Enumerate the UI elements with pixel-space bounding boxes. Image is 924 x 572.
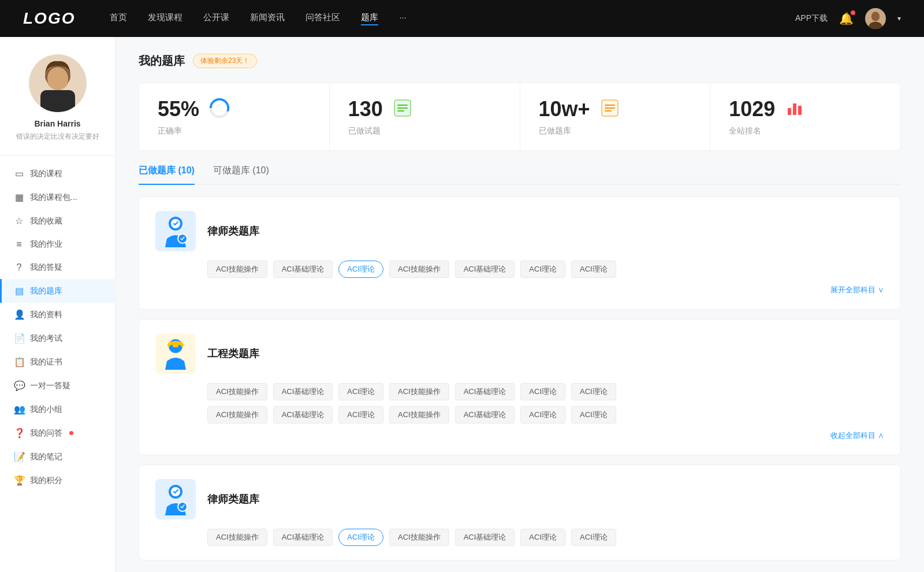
user-avatar-nav[interactable] [865,8,886,29]
sidebar-item-my-course-pack[interactable]: ▦ 我的课程包... [0,185,115,209]
user-menu-chevron[interactable]: ▾ [897,14,901,23]
quiz-tag[interactable]: ACI技能操作 [207,261,267,278]
quiz-tag[interactable]: ACI基础理论 [455,261,515,278]
quiz-tag-active[interactable]: ACI理论 [338,261,383,278]
expand-link-1[interactable]: 展开全部科目 ∨ [830,285,884,295]
sidebar-item-my-favorites[interactable]: ☆ 我的收藏 [0,209,115,233]
qa-icon: ? [14,262,24,273]
sidebar-avatar[interactable] [29,54,87,112]
quiz-tag[interactable]: ACI理论 [338,383,383,400]
main-content: 我的题库 体验剩余23天！ 55% 正确率 [116,37,924,572]
stat-label-accuracy: 正确率 [158,126,311,136]
navbar-right: APP下载 🔔 ▾ [795,8,901,29]
sidebar-profile: Brian Harris 错误的决定比没有决定要好 [0,54,115,156]
quiz-tag[interactable]: ACI理论 [520,261,565,278]
stat-label-done: 已做试题 [348,126,501,136]
stat-top-banks: 10w+ [539,97,692,121]
page-title: 我的题库 [139,53,185,69]
quiz-tag[interactable]: ACI技能操作 [389,261,449,278]
sidebar-item-one-on-one[interactable]: 💬 一对一答疑 [0,374,115,398]
svg-rect-20 [798,106,802,115]
tab-done-banks[interactable]: 已做题库 (10) [139,165,195,184]
quiz-bank-title-3: 律师类题库 [207,492,259,506]
sidebar-item-my-notes[interactable]: 📝 我的笔记 [0,445,115,469]
profile-icon: 👤 [14,309,24,320]
quiz-bank-title-2: 工程类题库 [207,347,259,361]
svg-rect-17 [605,110,612,112]
points-icon: 🏆 [14,475,24,486]
questions-unread-dot [69,431,73,435]
quiz-bank-footer-1: 展开全部科目 ∨ [155,285,884,295]
lawyer-bank-icon-3 [155,479,196,519]
user-motto: 错误的决定比没有决定要好 [16,132,99,142]
quiz-bank-footer-2: 收起全部科目 ∧ [155,430,884,441]
sidebar-item-my-group[interactable]: 👥 我的小组 [0,398,115,421]
sidebar-item-my-course[interactable]: ▭ 我的课程 [0,162,115,185]
course-pack-icon: ▦ [14,192,24,203]
nav-home[interactable]: 首页 [110,12,127,25]
main-layout: Brian Harris 错误的决定比没有决定要好 ▭ 我的课程 ▦ 我的课程包… [0,37,924,572]
nav-discover[interactable]: 发现课程 [148,12,182,25]
sidebar-item-my-qa[interactable]: ? 我的答疑 [0,256,115,279]
nav-quiz[interactable]: 题库 [361,12,378,25]
tab-todo-banks[interactable]: 可做题库 (10) [213,165,269,184]
trial-badge: 体验剩余23天！ [193,54,257,68]
quiz-tag[interactable]: ACI理论 [338,406,383,424]
sidebar-item-my-points[interactable]: 🏆 我的积分 [0,469,115,492]
stats-row: 55% 正确率 130 [139,83,901,151]
quiz-tag[interactable]: ACI理论 [571,406,616,424]
quiz-tag[interactable]: ACI基础理论 [273,406,333,424]
svg-rect-27 [173,344,178,347]
sidebar-item-my-homework[interactable]: ≡ 我的作业 [0,233,115,256]
quiz-tag[interactable]: ACI技能操作 [389,383,449,400]
svg-rect-5 [40,90,75,112]
app-download-button[interactable]: APP下载 [795,13,828,24]
quiz-tag[interactable]: ACI基础理论 [455,383,515,400]
quiz-bank-tags-1: ACI技能操作 ACI基础理论 ACI理论 ACI技能操作 ACI基础理论 AC… [155,261,884,278]
quiz-tag-active[interactable]: ACI理论 [338,529,383,546]
notes-icon: 📝 [14,451,24,462]
quiz-tag[interactable]: ACI基础理论 [273,529,333,546]
done-banks-icon [599,98,620,121]
navbar: LOGO 首页 发现课程 公开课 新闻资讯 问答社区 题库 ··· APP下载 … [0,0,924,37]
quiz-tag[interactable]: ACI理论 [571,529,616,546]
nav-more[interactable]: ··· [399,12,407,25]
quiz-bank-tags-2-row1: ACI技能操作 ACI基础理论 ACI理论 ACI技能操作 ACI基础理论 AC… [155,383,884,400]
quiz-tag[interactable]: ACI理论 [520,529,565,546]
stat-top-rank: 1029 [729,97,882,121]
quiz-tag[interactable]: ACI理论 [571,261,616,278]
quiz-bank-header-1: 律师类题库 [155,211,884,251]
stat-done-banks: 10w+ 已做题库 [520,83,711,150]
logo[interactable]: LOGO [23,9,75,28]
stat-value-banks: 10w+ [539,97,590,121]
collapse-link-2[interactable]: 收起全部科目 ∧ [830,430,884,441]
sidebar-item-my-quiz[interactable]: ▤ 我的题库 [0,279,115,303]
quiz-tag[interactable]: ACI理论 [571,383,616,400]
svg-rect-13 [397,110,404,112]
homework-icon: ≡ [14,239,24,250]
notification-bell[interactable]: 🔔 [839,12,854,25]
sidebar-item-my-questions[interactable]: ❓ 我的问答 [0,421,115,445]
quiz-tag[interactable]: ACI技能操作 [207,383,267,400]
group-icon: 👥 [14,404,24,415]
quiz-tag[interactable]: ACI基础理论 [273,261,333,278]
quiz-tag[interactable]: ACI基础理论 [455,406,515,424]
quiz-tag[interactable]: ACI技能操作 [389,406,449,424]
quiz-tag[interactable]: ACI技能操作 [389,529,449,546]
nav-news[interactable]: 新闻资讯 [250,12,285,25]
svg-rect-15 [605,105,615,106]
nav-qa[interactable]: 问答社区 [305,12,340,25]
stat-top-accuracy: 55% [158,97,311,121]
quiz-tag[interactable]: ACI基础理论 [273,383,333,400]
nav-open-course[interactable]: 公开课 [203,12,229,25]
quiz-tag[interactable]: ACI技能操作 [207,406,267,424]
sidebar-item-my-profile[interactable]: 👤 我的资料 [0,303,115,326]
quiz-bank-header-3: 律师类题库 [155,479,884,519]
quiz-tag[interactable]: ACI技能操作 [207,529,267,546]
lawyer-bank-icon-1 [155,211,196,251]
quiz-tag[interactable]: ACI理论 [520,406,565,424]
quiz-tag[interactable]: ACI理论 [520,383,565,400]
quiz-tag[interactable]: ACI基础理论 [455,529,515,546]
sidebar-item-my-cert[interactable]: 📋 我的证书 [0,350,115,374]
sidebar-item-my-exam[interactable]: 📄 我的考试 [0,326,115,350]
